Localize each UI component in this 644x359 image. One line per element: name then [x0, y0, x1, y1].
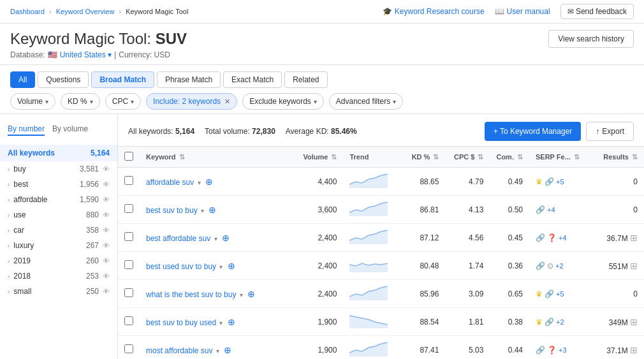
col-kd[interactable]: KD % ⇅ — [394, 147, 445, 168]
sidebar-item[interactable]: › 2018 253 👁 — [0, 268, 117, 284]
keyword-dropdown[interactable]: ▾ — [214, 235, 217, 242]
add-keyword-icon[interactable]: ⊕ — [222, 233, 230, 243]
table-actions: + To Keyword Manager ↑ Export — [485, 122, 634, 141]
sidebar-all-keywords-row[interactable]: All keywords 5,164 — [0, 145, 117, 161]
add-keyword-icon[interactable]: ⊕ — [228, 317, 235, 327]
add-keyword-icon[interactable]: ⊕ — [247, 289, 255, 299]
keyword-link[interactable]: best used suv to buy — [146, 262, 216, 271]
col-cpc[interactable]: CPC $ ⇅ — [445, 147, 490, 168]
keyword-cell: what is the best suv to buy ▾ ⊕ — [140, 280, 292, 308]
col-volume[interactable]: Volume ⇅ — [292, 147, 343, 168]
add-keyword-icon[interactable]: ⊕ — [205, 177, 213, 187]
sidebar-count: 3,581 — [80, 165, 99, 173]
page-icon[interactable]: ⊞ — [630, 261, 638, 271]
include-keywords-filter[interactable]: Include: 2 keywords ✕ — [146, 93, 237, 110]
keyword-cell: most affordable suv ▾ ⊕ — [140, 336, 292, 360]
sidebar-item[interactable]: › best 1,956 👁 — [0, 177, 117, 192]
eye-icon[interactable]: 👁 — [103, 272, 110, 280]
keyword-dropdown[interactable]: ▾ — [201, 207, 204, 214]
keyword-dropdown[interactable]: ▾ — [198, 179, 201, 186]
select-all-checkbox[interactable] — [124, 152, 133, 161]
row-checkbox[interactable] — [124, 316, 133, 325]
page-icon[interactable]: ⊞ — [630, 233, 638, 243]
to-keyword-manager-button[interactable]: + To Keyword Manager — [485, 122, 582, 141]
serp-count[interactable]: +3 — [559, 346, 567, 354]
row-checkbox[interactable] — [124, 344, 133, 353]
row-checkbox[interactable] — [124, 176, 133, 185]
col-results[interactable]: Results ⇅ — [593, 147, 644, 168]
tab-exact-match[interactable]: Exact Match — [223, 71, 282, 88]
row-checkbox[interactable] — [124, 288, 133, 297]
keyword-link[interactable]: best suv to buy — [146, 206, 198, 215]
sort-by-number[interactable]: By number — [8, 124, 45, 136]
keyword-link[interactable]: what is the best suv to buy — [146, 290, 236, 299]
sidebar-item[interactable]: › use 880 👁 — [0, 207, 117, 223]
sidebar-item[interactable]: › luxury 267 👁 — [0, 238, 117, 253]
tab-all[interactable]: All — [10, 71, 35, 88]
volume-filter[interactable]: Volume ▾ — [10, 93, 55, 110]
eye-icon[interactable]: 👁 — [103, 288, 110, 295]
tab-related[interactable]: Related — [284, 71, 327, 88]
tab-phrase-match[interactable]: Phrase Match — [157, 71, 221, 88]
serp-count[interactable]: +2 — [555, 262, 564, 270]
link-icon: 🔗 — [536, 346, 545, 355]
serp-count[interactable]: +5 — [556, 178, 564, 186]
sidebar-item[interactable]: › small 250 👁 — [0, 284, 117, 299]
eye-icon[interactable]: 👁 — [103, 180, 110, 188]
row-checkbox[interactable] — [124, 260, 133, 269]
table-row: what is the best suv to buy ▾ ⊕ 2,400 85… — [118, 280, 644, 308]
research-link[interactable]: 🎓 Keyword Research course — [383, 7, 485, 16]
keyword-link[interactable]: best affordable suv — [146, 234, 210, 243]
eye-icon[interactable]: 👁 — [103, 196, 110, 203]
sidebar-keyword: small — [13, 287, 86, 296]
serp-count[interactable]: +4 — [547, 206, 555, 214]
serp-count[interactable]: +4 — [559, 234, 567, 242]
serp-count[interactable]: +2 — [556, 318, 564, 326]
export-button[interactable]: ↑ Export — [586, 122, 634, 141]
table-body: affordable suv ▾ ⊕ 4,400 88.65 4.79 0.49… — [118, 168, 644, 360]
sidebar-item[interactable]: › buy 3,581 👁 — [0, 161, 117, 177]
col-serp[interactable]: SERP Fe... ⇅ — [529, 147, 593, 168]
keyword-link[interactable]: best suv to buy used — [146, 318, 216, 327]
eye-icon[interactable]: 👁 — [103, 226, 110, 234]
advanced-filters[interactable]: Advanced filters ▾ — [329, 93, 403, 110]
kd-filter[interactable]: KD % ▾ — [61, 93, 100, 110]
database-link[interactable]: United States ▾ — [60, 50, 112, 59]
sort-by-volume[interactable]: By volume — [52, 124, 88, 136]
keyword-dropdown[interactable]: ▾ — [219, 263, 223, 270]
col-keyword[interactable]: Keyword ⇅ — [140, 147, 292, 168]
cpc-filter[interactable]: CPC ▾ — [105, 93, 141, 110]
tabs: All Questions Broad Match Phrase Match E… — [10, 71, 634, 88]
crown-icon: ♛ — [536, 177, 543, 186]
tab-broad-match[interactable]: Broad Match — [91, 71, 154, 88]
breadcrumb-keyword-overview[interactable]: Keyword Overview — [56, 8, 115, 15]
serp-count[interactable]: +5 — [556, 290, 564, 298]
eye-icon[interactable]: 👁 — [103, 165, 110, 173]
row-checkbox[interactable] — [124, 204, 133, 213]
manual-link[interactable]: 📖 User manual — [495, 7, 550, 16]
keyword-dropdown[interactable]: ▾ — [240, 291, 243, 298]
sidebar-item[interactable]: › car 358 👁 — [0, 223, 117, 238]
row-checkbox[interactable] — [124, 232, 133, 241]
eye-icon[interactable]: 👁 — [103, 257, 110, 265]
eye-icon[interactable]: 👁 — [103, 242, 110, 249]
sidebar-item[interactable]: › affordable 1,590 👁 — [0, 192, 117, 207]
page-icon[interactable]: ⊞ — [630, 317, 638, 327]
breadcrumb-dashboard[interactable]: Dashboard — [10, 8, 45, 15]
feedback-button[interactable]: ✉ Send feedback — [560, 4, 634, 19]
include-filter-close[interactable]: ✕ — [224, 98, 230, 106]
col-com[interactable]: Com. ⇅ — [490, 147, 529, 168]
keyword-dropdown[interactable]: ▾ — [216, 348, 219, 355]
keyword-link[interactable]: most affordable suv — [146, 346, 213, 355]
keyword-link[interactable]: affordable suv — [146, 178, 194, 187]
add-keyword-icon[interactable]: ⊕ — [224, 345, 231, 355]
eye-icon[interactable]: 👁 — [103, 211, 110, 219]
tab-questions[interactable]: Questions — [38, 71, 89, 88]
add-keyword-icon[interactable]: ⊕ — [209, 205, 216, 215]
sidebar-item[interactable]: › 2019 260 👁 — [0, 253, 117, 268]
keyword-dropdown[interactable]: ▾ — [219, 319, 223, 326]
add-keyword-icon[interactable]: ⊕ — [228, 261, 235, 271]
page-icon[interactable]: ⊞ — [630, 345, 638, 355]
view-history-button[interactable]: View search history — [548, 30, 634, 48]
exclude-keywords-filter[interactable]: Exclude keywords ▾ — [242, 93, 324, 110]
